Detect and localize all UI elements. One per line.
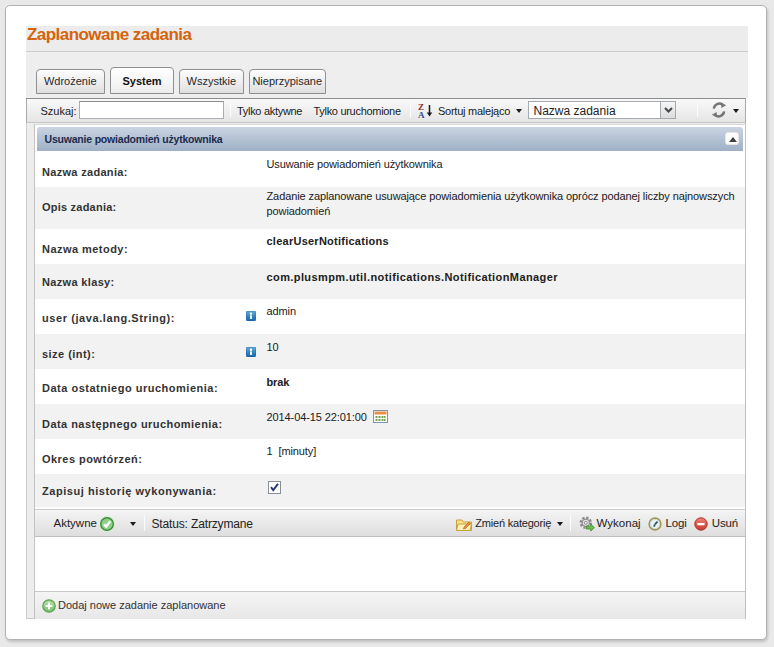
svg-text:A: A xyxy=(418,110,425,119)
